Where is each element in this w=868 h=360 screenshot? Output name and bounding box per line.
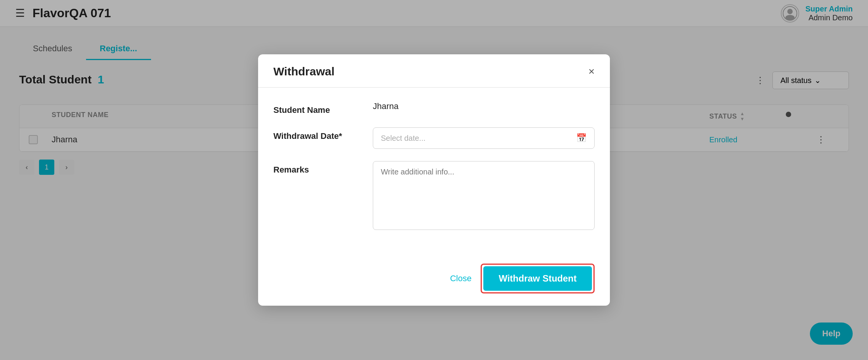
date-placeholder: Select date... — [381, 134, 426, 143]
date-input[interactable]: Select date... 📅 — [373, 127, 595, 149]
student-name-label: Student Name — [273, 101, 373, 115]
withdraw-btn-wrapper: Withdraw Student — [481, 264, 595, 293]
student-name-value: Jharna — [373, 101, 398, 111]
remarks-textarea[interactable] — [373, 161, 595, 230]
calendar-icon: 📅 — [576, 133, 587, 143]
student-name-row: Student Name Jharna — [273, 101, 595, 115]
modal-header: Withdrawal × — [258, 54, 610, 88]
modal-overlay: Withdrawal × Student Name Jharna Withdra… — [0, 0, 868, 360]
modal-title: Withdrawal — [273, 65, 335, 78]
withdrawal-date-label: Withdrawal Date* — [273, 127, 373, 141]
modal-body: Student Name Jharna Withdrawal Date* Sel… — [258, 88, 610, 256]
remarks-label: Remarks — [273, 161, 373, 175]
withdrawal-modal: Withdrawal × Student Name Jharna Withdra… — [258, 54, 610, 306]
withdraw-student-button[interactable]: Withdraw Student — [483, 266, 592, 291]
withdrawal-date-row: Withdrawal Date* Select date... 📅 — [273, 127, 595, 149]
close-button[interactable]: Close — [450, 274, 471, 283]
modal-footer: Close Withdraw Student — [258, 256, 610, 306]
modal-close-button[interactable]: × — [588, 66, 595, 77]
remarks-row: Remarks — [273, 161, 595, 230]
